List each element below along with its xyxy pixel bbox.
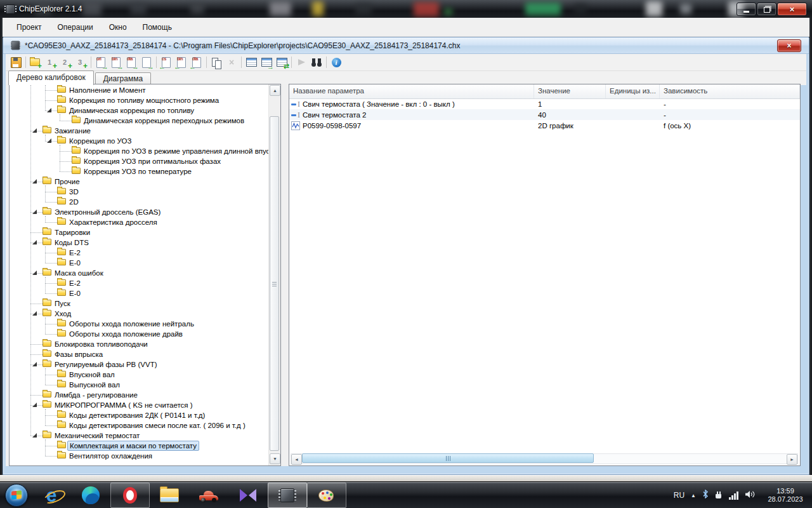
tree-item[interactable]: Лямбда - регулирование (10, 390, 269, 400)
tree-vertical-scrollbar[interactable]: ▲ ▼ (268, 84, 280, 465)
menu-item-1[interactable]: Операции (51, 20, 100, 34)
tree-item[interactable]: Характеристика дросселя (10, 217, 269, 227)
scroll-right-button[interactable]: ► (787, 454, 797, 465)
parameter-row[interactable]: Свич термостата ( Значение - вкл : 0 - в… (289, 98, 800, 109)
tree-item[interactable]: 3D (10, 187, 269, 197)
scroll-left-button[interactable]: ◄ (291, 454, 302, 465)
add-project-folder-button[interactable]: + (28, 55, 43, 69)
tree-item[interactable]: Коррекция УОЗ по температуре (10, 166, 269, 177)
expander-icon[interactable] (47, 138, 51, 143)
tree-item[interactable]: Обороты ххода положение нейтраль (10, 319, 269, 329)
column-header-2[interactable]: Единицы из... (606, 84, 660, 98)
scroll-down-button[interactable]: ▼ (270, 453, 280, 464)
expander-icon[interactable] (47, 108, 51, 112)
tree-item[interactable]: Динамическая коррекция переходных режимо… (10, 116, 269, 126)
about-button[interactable]: i (329, 55, 344, 69)
paint-taskbar-button[interactable] (307, 483, 346, 508)
expander-icon[interactable] (32, 311, 37, 316)
tree-item[interactable]: Коды детектирования 2ДК ( P0141 и т.д) (10, 410, 269, 420)
start-taskbar-button[interactable] (1, 483, 32, 508)
save-project-button[interactable] (8, 55, 23, 69)
chipexplorer-taskbar-button[interactable] (268, 483, 307, 508)
tree-item[interactable]: Вентилятор охлаждения (10, 451, 269, 461)
parameter-row[interactable]: Свич термостата 240- (289, 109, 800, 120)
export-ori-button[interactable]: ori→ (93, 55, 108, 69)
tree-item[interactable]: E-0 (10, 258, 269, 268)
table-import-button[interactable]: ⇄ (274, 55, 289, 69)
tree-item[interactable]: Обороты ххода положение драйв (10, 329, 269, 339)
tree-item[interactable]: Прочие (10, 177, 269, 187)
expander-icon[interactable] (32, 210, 37, 214)
table-view-button[interactable] (244, 55, 259, 69)
expander-icon[interactable] (32, 433, 37, 438)
menu-item-2[interactable]: Окно (103, 20, 133, 34)
tree-item[interactable]: Пуск (10, 298, 269, 309)
edge-taskbar-button[interactable] (71, 483, 110, 508)
tree-item[interactable]: E-2 (10, 248, 269, 258)
import-dta-button[interactable]: dta← (189, 55, 204, 69)
tree-item[interactable]: Маска ошибок (10, 268, 269, 278)
tree-item[interactable]: Выпускной вал (10, 380, 269, 390)
maximize-button[interactable] (757, 3, 776, 16)
column-header-1[interactable]: Значение (534, 84, 606, 98)
add-project-2-button[interactable]: 2+ (58, 55, 74, 69)
kmplayer-taskbar-button[interactable] (228, 483, 268, 508)
panel-splitter[interactable] (281, 84, 289, 466)
opera-taskbar-button[interactable] (110, 483, 150, 508)
network-icon[interactable] (729, 491, 738, 500)
tree-item[interactable]: Коррекция УОЗ при оптимальных фазах (10, 156, 269, 166)
tree-item[interactable]: E-0 (10, 288, 269, 298)
power-icon[interactable] (715, 491, 723, 500)
tree-item[interactable]: E-2 (10, 278, 269, 288)
tree-item[interactable]: Регулируемый фазы РВ (VVT) (10, 359, 269, 370)
export-file-button[interactable]: → (139, 55, 154, 69)
compare-windows-button[interactable] (209, 55, 224, 69)
column-header-0[interactable]: Название параметра (289, 84, 534, 98)
tree-item[interactable]: 2D (10, 197, 269, 207)
expander-icon[interactable] (32, 128, 37, 133)
table-export-button[interactable]: → (259, 55, 274, 69)
scroll-up-button[interactable]: ▲ (270, 85, 280, 96)
tree-item[interactable]: Блокировка топливоподачи (10, 339, 269, 349)
export-dta-button[interactable]: dta→ (124, 55, 139, 69)
tree-item[interactable]: Коды DTS (10, 237, 269, 248)
menu-item-3[interactable]: Помощь (136, 20, 178, 34)
car-app-taskbar-button[interactable] (189, 483, 228, 508)
tree-item[interactable]: Тарировки (10, 227, 269, 237)
volume-icon[interactable] (745, 490, 755, 501)
import-cs-button[interactable]: cs← (159, 55, 174, 69)
add-project-3-button[interactable]: 3+ (74, 55, 89, 69)
close-button[interactable]: × (777, 3, 807, 16)
scrollbar-thumb[interactable] (302, 453, 594, 463)
tab-diagram[interactable]: Диаграмма (95, 72, 151, 85)
import-bin-button[interactable]: bin← (174, 55, 189, 69)
explorer-taskbar-button[interactable] (150, 483, 189, 508)
internet-explorer-taskbar-button[interactable] (32, 483, 71, 508)
tree-item[interactable]: Хход (10, 309, 269, 319)
expander-icon[interactable] (32, 179, 37, 184)
hidden-icons-button[interactable]: ▲ (691, 493, 696, 498)
language-indicator[interactable]: RU (674, 491, 684, 500)
expander-icon[interactable] (32, 271, 37, 275)
document-close-button[interactable]: × (777, 39, 801, 52)
tree-item[interactable]: Коррекция по УОЗ в режиме управления дли… (10, 146, 269, 156)
tree-item[interactable]: Механический термостат (10, 431, 269, 441)
menu-item-0[interactable]: Проект (10, 20, 48, 34)
column-header-3[interactable]: Зависимость (660, 84, 800, 98)
expander-icon[interactable] (32, 362, 37, 366)
bluetooth-icon[interactable] (702, 490, 709, 501)
tree-item[interactable]: Коррекция по УОЗ (10, 136, 269, 146)
tree-item[interactable]: Динамическая коррекция по топливу (10, 105, 269, 116)
search-button[interactable] (309, 55, 324, 69)
tree-item[interactable]: Впускной вал (10, 370, 269, 380)
minimize-button[interactable] (737, 3, 756, 16)
tree-item[interactable]: Коды детектирования смеси после кат. ( 2… (10, 420, 269, 431)
expander-icon[interactable] (32, 240, 37, 244)
table-horizontal-scrollbar[interactable]: ◄ ► (291, 453, 798, 464)
add-project-1-button[interactable]: 1+ (43, 55, 58, 69)
tree-item[interactable]: Фазы впрыска (10, 349, 269, 359)
tree-item[interactable]: Коррекция по топливу мощностного режима (10, 95, 269, 105)
tab-calibration-tree[interactable]: Дерево калибровок (8, 70, 94, 85)
parameter-row[interactable]: P0599-0598-05972D графикf (ось X) (289, 120, 800, 131)
tree-item[interactable]: Зажигание (10, 126, 269, 136)
